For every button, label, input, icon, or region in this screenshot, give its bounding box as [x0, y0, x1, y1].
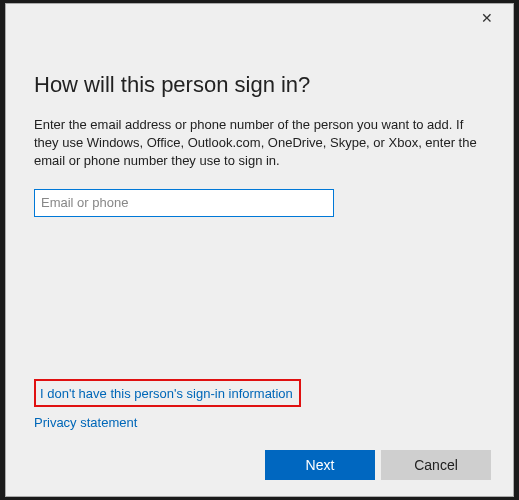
- privacy-statement-link[interactable]: Privacy statement: [34, 415, 137, 430]
- dialog-heading: How will this person sign in?: [34, 72, 485, 98]
- add-account-dialog: ✕ How will this person sign in? Enter th…: [5, 3, 514, 497]
- bottom-links: I don't have this person's sign-in infor…: [34, 379, 301, 436]
- no-signin-info-highlight: I don't have this person's sign-in infor…: [34, 379, 301, 407]
- dialog-content: How will this person sign in? Enter the …: [6, 32, 513, 496]
- dialog-description: Enter the email address or phone number …: [34, 116, 485, 171]
- email-phone-input[interactable]: [34, 189, 334, 217]
- titlebar: ✕: [6, 4, 513, 32]
- close-icon: ✕: [481, 10, 493, 26]
- close-button[interactable]: ✕: [467, 4, 507, 32]
- cancel-button[interactable]: Cancel: [381, 450, 491, 480]
- button-row: Next Cancel: [265, 450, 491, 480]
- no-signin-info-link[interactable]: I don't have this person's sign-in infor…: [40, 386, 293, 401]
- next-button[interactable]: Next: [265, 450, 375, 480]
